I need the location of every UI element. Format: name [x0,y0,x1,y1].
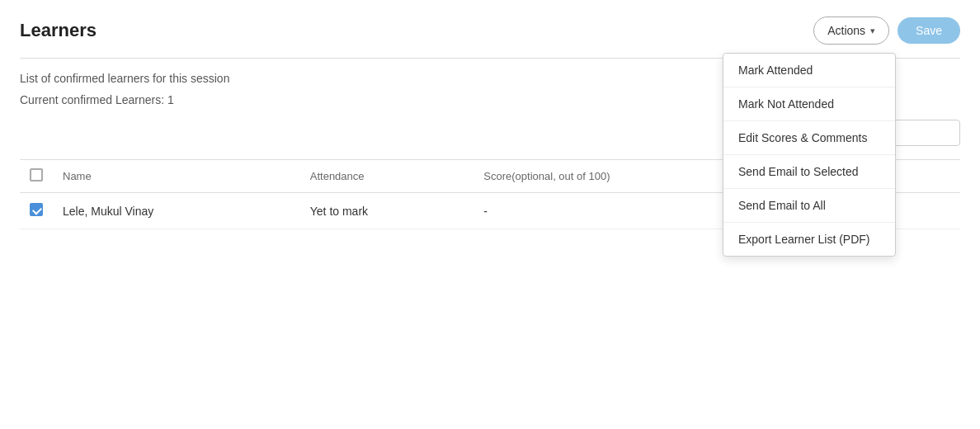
dropdown-item-export-learner-list[interactable]: Export Learner List (PDF) [723,223,895,256]
dropdown-item-mark-not-attended[interactable]: Mark Not Attended [723,87,895,121]
dropdown-item-mark-attended[interactable]: Mark Attended [723,54,895,87]
actions-label: Actions [827,24,865,37]
row-checkbox[interactable] [30,203,43,216]
select-all-checkbox[interactable] [30,168,43,182]
header-row: Learners Actions ▾ Save Mark Attended Ma… [20,16,960,45]
dropdown-item-send-email-all[interactable]: Send Email to All [723,189,895,223]
col-name: Name [53,160,300,193]
row-checkbox-cell [20,193,53,229]
page-title: Learners [20,20,97,41]
dropdown-item-send-email-selected[interactable]: Send Email to Selected [723,155,895,189]
row-attendance: Yet to mark [300,193,474,229]
page-container: Learners Actions ▾ Save Mark Attended Ma… [0,0,980,246]
dropdown-item-edit-scores-comments[interactable]: Edit Scores & Comments [723,121,895,155]
chevron-down-icon: ▾ [870,26,875,36]
actions-button[interactable]: Actions ▾ [813,16,889,45]
select-all-header [20,160,53,193]
actions-dropdown-menu: Mark Attended Mark Not Attended Edit Sco… [723,53,896,257]
save-button[interactable]: Save [898,17,960,44]
header-actions: Actions ▾ Save Mark Attended Mark Not At… [813,16,960,45]
row-name: Lele, Mukul Vinay [53,193,300,229]
col-attendance: Attendance [300,160,474,193]
